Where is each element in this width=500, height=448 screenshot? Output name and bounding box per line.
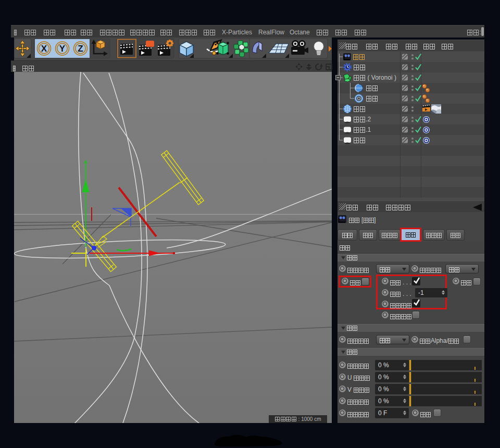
svg-text:Z: Z [78, 44, 83, 54]
svg-text:Y: Y [59, 44, 66, 54]
svg-text:X: X [41, 44, 47, 54]
